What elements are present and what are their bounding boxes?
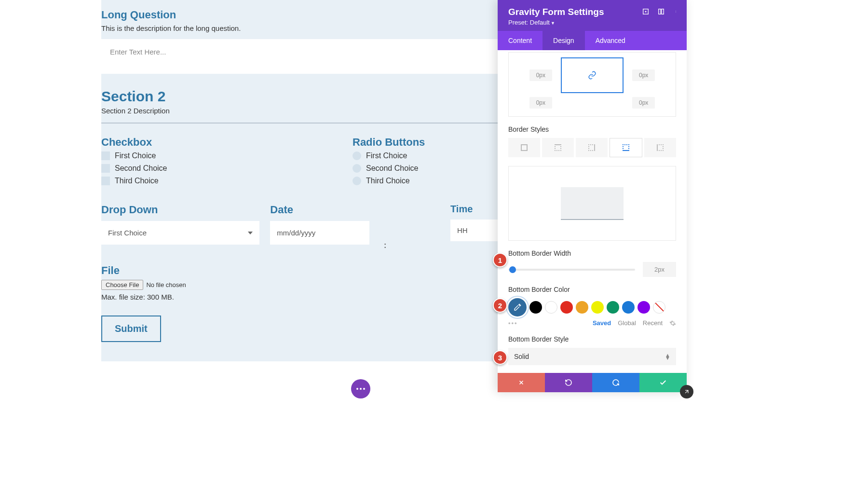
margin-bottom-right-input[interactable]: 0px <box>632 97 655 109</box>
bottom-border-width-label: Bottom Border Width <box>508 249 676 257</box>
marker-2: 2 <box>493 298 507 313</box>
radio-field: Radio Buttons First Choice Second Choice… <box>266 136 498 189</box>
swatch-orange[interactable] <box>576 301 588 314</box>
radio-option[interactable]: First Choice <box>353 151 498 160</box>
border-preview-inner <box>561 187 624 220</box>
border-left-button[interactable] <box>644 138 676 157</box>
eyedropper-icon <box>514 303 521 311</box>
tab-content[interactable]: Content <box>498 31 542 50</box>
undo-icon <box>565 379 572 386</box>
border-right-icon <box>588 144 595 151</box>
long-question-description: This is the description for the long que… <box>101 24 498 32</box>
long-question-input[interactable]: Enter Text Here... <box>101 39 498 74</box>
bottom-border-width-value[interactable]: 2px <box>643 262 676 277</box>
date-input[interactable]: mm/dd/yyyy <box>270 221 369 245</box>
margin-left-input[interactable]: 0px <box>529 69 552 81</box>
radio-option-label: Second Choice <box>366 164 419 173</box>
more-swatches-button[interactable]: ••• <box>508 319 518 327</box>
panel-tabs: Content Design Advanced <box>498 31 687 50</box>
marker-3: 3 <box>493 350 507 365</box>
snap-icon[interactable] <box>658 8 665 15</box>
checkbox-icon <box>101 177 110 185</box>
swatch-blue[interactable] <box>622 301 635 314</box>
long-question-label: Long Question <box>101 9 498 21</box>
border-preview <box>508 166 676 241</box>
marker-1: 1 <box>493 253 507 267</box>
margin-right-input[interactable]: 0px <box>632 69 655 81</box>
svg-point-4 <box>676 11 676 11</box>
time-separator: : <box>384 241 386 250</box>
section-2-description: Section 2 Description <box>101 107 498 124</box>
bottom-border-style-value: Solid <box>514 353 529 360</box>
redo-button[interactable] <box>592 373 639 392</box>
panel-preset[interactable]: Preset: Default▼ <box>508 19 676 26</box>
settings-panel: Gravity Form Settings Preset: Default▼ C… <box>498 0 687 392</box>
checkbox-icon <box>101 151 110 160</box>
swatch-tab-recent[interactable]: Recent <box>643 319 663 327</box>
save-button[interactable] <box>639 373 687 392</box>
close-icon <box>518 379 525 386</box>
swatch-white[interactable] <box>545 301 557 314</box>
radio-option-label: First Choice <box>366 151 407 160</box>
tab-advanced[interactable]: Advanced <box>585 31 636 50</box>
swatch-black[interactable] <box>529 301 542 314</box>
svg-point-6 <box>676 12 676 13</box>
expand-panel-button[interactable] <box>680 385 693 398</box>
module-options-button[interactable] <box>351 379 370 398</box>
undo-button[interactable] <box>545 373 592 392</box>
checkbox-option[interactable]: Third Choice <box>101 177 246 185</box>
choose-file-button[interactable]: Choose File <box>101 280 143 290</box>
file-field: File Choose File No file chosen Max. fil… <box>101 264 498 301</box>
bottom-border-width-slider[interactable] <box>508 269 635 271</box>
border-bottom-icon <box>623 144 629 151</box>
chevron-down-icon: ▼ <box>551 21 555 26</box>
border-left-icon <box>657 144 664 151</box>
submit-button[interactable]: Submit <box>101 316 161 342</box>
swatch-purple[interactable] <box>637 301 650 314</box>
border-bottom-button[interactable] <box>610 138 642 157</box>
radio-option-label: Third Choice <box>366 177 410 185</box>
border-top-button[interactable] <box>542 138 574 157</box>
panel-header: Gravity Form Settings Preset: Default▼ <box>498 0 687 31</box>
radio-icon <box>353 151 361 160</box>
radio-option[interactable]: Second Choice <box>353 164 498 173</box>
bottom-border-style-select[interactable]: Solid ▲▼ <box>508 348 676 365</box>
check-icon <box>659 379 667 386</box>
long-question-field: Long Question This is the description fo… <box>101 0 498 74</box>
border-all-button[interactable] <box>508 138 540 157</box>
checkbox-option-label: Third Choice <box>115 177 159 185</box>
svg-point-5 <box>676 12 676 12</box>
checkbox-label: Checkbox <box>101 136 246 149</box>
tab-design[interactable]: Design <box>542 31 585 50</box>
border-right-button[interactable] <box>576 138 608 157</box>
dropdown-select[interactable]: First Choice <box>101 221 259 245</box>
swatch-green[interactable] <box>607 301 619 314</box>
slider-thumb[interactable] <box>509 266 516 273</box>
form-preview: Long Question This is the description fo… <box>101 0 498 361</box>
checkbox-option[interactable]: Second Choice <box>101 164 246 173</box>
more-icon[interactable] <box>673 8 680 15</box>
radio-option[interactable]: Third Choice <box>353 177 498 185</box>
swatch-tab-global[interactable]: Global <box>618 319 636 327</box>
time-hh-input[interactable]: HH <box>450 220 498 241</box>
margin-bottom-left-input[interactable]: 0px <box>529 97 552 109</box>
svg-point-1 <box>645 11 646 12</box>
swatch-tab-saved[interactable]: Saved <box>593 319 611 327</box>
checkbox-option[interactable]: First Choice <box>101 151 246 160</box>
gear-icon[interactable] <box>669 320 676 327</box>
panel-body: 0px 0px 0px 0px Border Styles <box>498 50 687 373</box>
cancel-button[interactable] <box>498 373 545 392</box>
redo-icon <box>612 379 620 386</box>
swatch-red[interactable] <box>560 301 573 314</box>
color-picker-button[interactable] <box>508 298 527 316</box>
time-label: Time <box>450 204 473 215</box>
date-field: Date mm/dd/yyyy <box>270 204 369 250</box>
link-values-box[interactable] <box>561 57 624 93</box>
file-maxsize: Max. file size: 300 MB. <box>101 293 498 301</box>
expand-icon[interactable] <box>642 8 649 15</box>
border-top-icon <box>555 144 561 151</box>
border-styles-selector <box>508 138 676 157</box>
checkbox-option-label: First Choice <box>115 151 156 160</box>
swatch-yellow[interactable] <box>591 301 604 314</box>
swatch-none[interactable] <box>653 301 665 314</box>
